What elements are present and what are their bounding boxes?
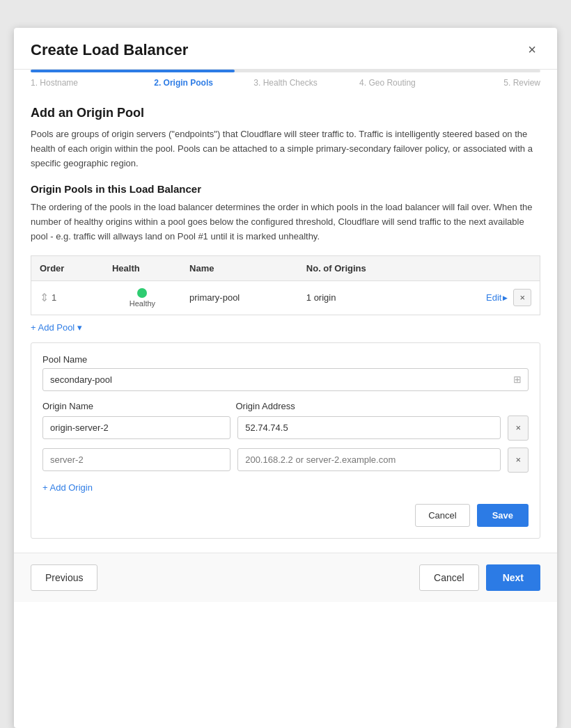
next-button[interactable]: Next [486,564,540,591]
step-hostname[interactable]: 1. Hostname [31,78,132,88]
modal-header: Create Load Balancer × [14,28,557,70]
col-name: Name [181,255,298,280]
origin-1-name-input[interactable] [42,416,230,439]
edit-pool-button[interactable]: Edit [486,292,508,303]
origin-1-addr-col [237,416,501,439]
origin-1-name-col [42,416,230,439]
health-dot [137,288,147,298]
health-indicator: Healthy [112,288,173,308]
delete-origin-2-button[interactable]: × [508,448,529,473]
modal-title: Create Load Balancer [31,41,188,59]
origin-address-col-label: Origin Address [236,401,497,411]
list-icon: ⊞ [513,374,522,385]
stepper-bar-fill [31,70,235,72]
table-actions: + Add Pool ▾ [31,315,540,333]
pool-table: Order Health Name No. of Origins ⇕ 1 [31,255,540,315]
col-health: Health [104,255,181,280]
add-pool-label: + Add Pool [31,322,75,333]
origin-2-address-input[interactable] [237,448,501,471]
drag-icon: ⇕ [40,291,49,304]
table-row: ⇕ 1 Healthy primary-pool 1 origin [31,280,540,315]
delete-origin-1-button[interactable]: × [508,416,529,441]
page-wrapper: Create Load Balancer × 1. Hostname 2. Or… [0,14,571,728]
stepper-bar [31,70,540,72]
step-review[interactable]: 5. Review [439,78,540,88]
origin-row-2: × [42,448,529,473]
section-title: Add an Origin Pool [31,106,540,120]
modal-body: Add an Origin Pool Pools are groups of o… [14,92,557,553]
stepper-labels: 1. Hostname 2. Origin Pools 3. Health Ch… [31,72,540,92]
modal: Create Load Balancer × 1. Hostname 2. Or… [14,28,557,728]
stepper: 1. Hostname 2. Origin Pools 3. Health Ch… [14,70,557,92]
pool-form-panel: Pool Name ⊞ Origin Name Origin Address [31,342,540,539]
origin-1-address-input[interactable] [237,416,501,439]
panel-save-button[interactable]: Save [477,504,529,527]
step-geo-routing[interactable]: 4. Geo Routing [336,78,438,88]
row-health: Healthy [104,280,181,315]
origin-2-name-input[interactable] [42,448,230,471]
modal-footer: Previous Cancel Next [14,553,557,602]
sub-section-desc: The ordering of the pools in the load ba… [31,200,540,244]
col-order: Order [31,255,104,280]
col-origins: No. of Origins [298,255,432,280]
health-label: Healthy [130,299,155,308]
pool-name-label: Pool Name [42,354,529,365]
origin-row-1: × [42,416,529,441]
row-actions: Edit × [431,280,540,315]
add-pool-button[interactable]: + Add Pool ▾ [31,322,82,333]
pool-name-input[interactable] [42,368,529,391]
row-pool-name: primary-pool [181,280,298,315]
row-origins-count: 1 origin [298,280,432,315]
step-origin-pools[interactable]: 2. Origin Pools [132,78,234,88]
panel-cancel-button[interactable]: Cancel [415,504,469,527]
col-actions [431,255,540,280]
table-header-row: Order Health Name No. of Origins [31,255,540,280]
pool-name-input-wrapper: ⊞ [42,368,529,391]
footer-right: Cancel Next [419,564,540,591]
row-order: ⇕ 1 [31,280,104,315]
origin-name-col-label: Origin Name [42,401,229,411]
row-actions-container: Edit × [439,289,531,306]
panel-actions: Cancel Save [42,504,529,527]
add-origin-button[interactable]: + Add Origin [42,482,93,493]
dropdown-icon: ▾ [77,322,82,333]
step-health-checks[interactable]: 3. Health Checks [235,78,336,88]
pool-name-field-group: Pool Name ⊞ [42,354,529,391]
delete-pool-button[interactable]: × [513,289,531,306]
sub-section-title: Origin Pools in this Load Balancer [31,183,540,195]
origin-2-addr-col [237,448,501,471]
origin-row-labels: Origin Name Origin Address [42,401,529,411]
section-desc: Pools are groups of origin servers ("end… [31,127,540,171]
previous-button[interactable]: Previous [31,564,97,591]
origin-2-name-col [42,448,230,471]
order-number: 1 [52,292,56,303]
footer-cancel-button[interactable]: Cancel [419,564,479,591]
close-button[interactable]: × [524,40,540,59]
